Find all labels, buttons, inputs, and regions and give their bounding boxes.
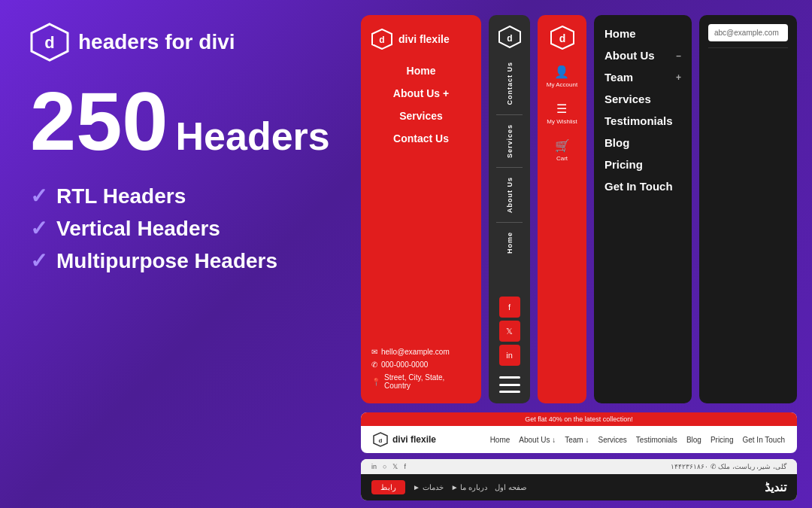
sidebar-divider-3 [496,222,523,223]
check-icon-rtl: ✓ [30,184,47,208]
mobile-menu-item-contact[interactable]: Contact Us [371,132,471,144]
brand-logo-icon: d [30,23,69,62]
feature-text-rtl: RTL Headers [56,184,186,208]
cart-icon: 🛒 [555,138,570,153]
contact-address: Street, City, State, Country [384,373,471,390]
right-menu-team[interactable]: Team + [604,71,681,84]
feature-item-rtl: ✓ RTL Headers [30,184,323,208]
logo-row: d headers for divi [30,23,323,62]
rtl-top-bar: in ○ 𝕏 f گلی، شیر، ریاست، ملک ✆ ۱۴۴۲۳۶۱۸… [361,459,797,474]
feature-text-vertical: Vertical Headers [56,217,220,241]
contact-email: hello@example.com [381,348,450,356]
linkedin-social-icon[interactable]: in [371,463,377,470]
right-menu-items: Home About Us – Team + Services Testimon [604,27,681,193]
facebook-icon[interactable]: f [499,297,520,318]
icon-sidebar-logo-icon: d [550,26,574,50]
instagram-social-icon[interactable]: ○ [383,463,386,470]
brand-title: headers for divi [78,31,235,54]
vertical-sidebar-dark-preview: d Contact Us Services About Us Home f 𝕏 … [489,15,530,403]
page-container: d headers for divi 250 Headers ✓ RTL Hea… [0,0,812,508]
rtl-nav-services[interactable]: ► خدمات [413,483,444,491]
horizontal-header-preview: Get flat 40% on the latest collection! d… [361,412,797,453]
hero-number: 250 [30,80,168,163]
nav-get-in-touch[interactable]: Get In Touch [742,436,785,444]
rtl-main-bar: رابط ► خدمات ► درباره ما صفحه اول تندیڈ [361,474,797,500]
contact-email-line: ✉ hello@example.com [371,348,471,356]
right-menu-pricing[interactable]: Pricing [604,158,681,171]
hamburger-menu-icon[interactable] [499,376,520,393]
email-input-mock[interactable]: abc@example.com [708,24,788,41]
linkedin-icon[interactable]: in [499,345,520,366]
rtl-contact-btn[interactable]: رابط [371,480,405,494]
bottom-previews: Get flat 40% on the latest collection! d… [361,412,797,500]
twitter-social-icon[interactable]: 𝕏 [392,463,398,470]
nav-testimonials[interactable]: Testimonials [636,436,677,444]
nav-about[interactable]: About Us ↓ [519,436,556,444]
check-icon-multi: ✓ [30,248,47,273]
facebook-social-icon[interactable]: f [404,463,406,470]
sidebar-icon-account[interactable]: 👤 My Account [544,60,580,93]
rtl-brand-name: تندیڈ [765,480,786,494]
contact-phone: 000-000-0000 [381,360,428,369]
mobile-menu-item-services[interactable]: Services [371,110,471,122]
hamburger-line-1 [499,376,520,379]
icon-label-account: My Account [547,81,577,88]
user-icon: 👤 [554,65,569,79]
sidebar-nav-services[interactable]: Services [506,121,514,161]
feature-list: ✓ RTL Headers ✓ Vertical Headers ✓ Multi… [30,184,323,273]
nav-services[interactable]: Services [598,436,626,444]
nav-team[interactable]: Team ↓ [565,436,589,444]
right-menu-services[interactable]: Services [604,93,681,105]
svg-text:d: d [44,33,54,52]
mobile-menu-items: Home About Us + Services Contact Us [371,65,471,336]
right-menu-blog[interactable]: Blog [604,136,681,149]
header-nav: Home About Us ↓ Team ↓ Services Testimon… [490,436,785,444]
nav-blog[interactable]: Blog [686,436,701,444]
header-logo-icon: d [373,432,388,447]
right-menu-about[interactable]: About Us – [604,49,681,62]
icon-label-wishlist: My Wishlist [547,118,577,125]
feature-item-multi: ✓ Multipurpose Headers [30,248,323,273]
hero-count-row: 250 Headers [30,80,323,163]
email-input-panel: abc@example.com [699,15,797,403]
rtl-nav-home[interactable]: صفحه اول [495,483,526,491]
sidebar-nav-home[interactable]: Home [506,229,514,257]
mobile-menu-item-home[interactable]: Home [371,65,471,77]
nav-pricing[interactable]: Pricing [710,436,734,444]
sidebar-icon-wishlist[interactable]: ☰ My Wishlist [544,97,580,129]
svg-text:d: d [379,35,384,45]
mobile-menu-contact: ✉ hello@example.com ✆ 000-000-0000 📍 Str… [371,348,471,390]
right-menu-home[interactable]: Home [604,27,681,40]
sidebar-social-links: f 𝕏 in [499,297,520,366]
rtl-nav-about[interactable]: ► درباره ما [451,483,487,491]
right-menu-get-in-touch[interactable]: Get In Touch [604,180,681,193]
promo-text: Get flat 40% on the latest collection! [525,415,633,423]
feature-text-multi: Multipurpose Headers [56,249,277,273]
sidebar-icon-cart[interactable]: 🛒 Cart [552,134,573,166]
about-badge: – [676,50,681,61]
svg-text:d: d [379,437,383,444]
sidebar-nav-contact[interactable]: Contact Us [506,59,514,108]
nav-home[interactable]: Home [490,436,511,444]
right-menu-testimonials[interactable]: Testimonials [604,114,681,127]
top-previews-row: d divi flexile Home About Us + Services … [361,15,797,403]
mobile-menu-item-about[interactable]: About Us + [371,87,471,99]
mobile-menu-header: d divi flexile [371,29,471,50]
sidebar-divider-1 [496,114,523,115]
hamburger-line-3 [499,391,520,393]
list-icon: ☰ [556,102,567,116]
email-divider [708,47,788,48]
right-panel: d divi flexile Home About Us + Services … [353,0,812,508]
svg-text:d: d [559,32,565,44]
phone-icon: ✆ [371,360,377,369]
hero-suffix: Headers [176,114,330,159]
icon-sidebar-red-preview: d 👤 My Account ☰ My Wishlist 🛒 Cart [538,15,586,403]
header-brand-name: divi flexile [392,434,436,445]
sidebar-nav-about[interactable]: About Us [506,174,514,216]
divi-logo-small-icon: d [371,29,392,50]
svg-text:d: d [507,33,512,44]
main-header-bar: d divi flexile Home About Us ↓ Team ↓ Se… [361,426,797,453]
team-badge: + [676,72,681,83]
twitter-icon[interactable]: 𝕏 [499,321,520,342]
mobile-menu-red-preview: d divi flexile Home About Us + Services … [361,15,481,403]
